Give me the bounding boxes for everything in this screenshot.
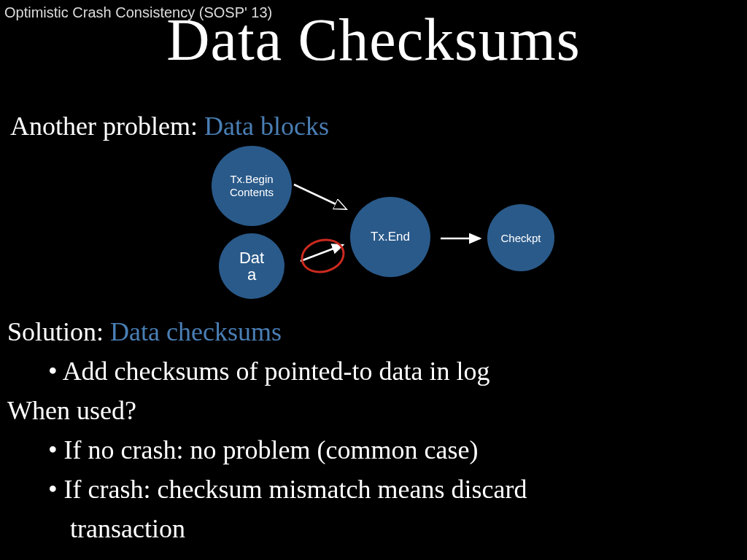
problem-accent: Data blocks: [204, 112, 329, 141]
solution-line2: When used?: [7, 391, 527, 430]
svg-line-0: [294, 184, 345, 209]
arrow-txend-checkpt: [438, 228, 489, 249]
slide: Optimistic Crash Consistency (SOSP' 13) …: [0, 0, 747, 560]
solution-line1-accent: Data checksums: [110, 317, 282, 346]
node-checkpt-label: Checkpt: [500, 232, 541, 244]
solution-line1-prefix: Solution:: [7, 317, 110, 346]
node-txbegin: Tx.Begin Contents: [212, 146, 292, 226]
solution-bullet2: If no crash: no problem (common case): [7, 430, 527, 470]
solution-bullet3-cont: transaction: [7, 509, 527, 548]
problem-prefix: Another problem:: [10, 112, 204, 141]
solution-bullet3: If crash: checksum mismatch means discar…: [7, 470, 527, 509]
solution-line1: Solution: Data checksums: [7, 312, 527, 351]
solution-block: Solution: Data checksums Add checksums o…: [7, 312, 527, 548]
node-checkpt: Checkpt: [487, 204, 554, 271]
diagram: Tx.Begin Contents Dat a Tx.End Checkpt: [0, 146, 747, 306]
problem-line: Another problem: Data blocks: [10, 111, 329, 141]
node-data-label: Dat a: [239, 249, 264, 283]
node-txend: Tx.End: [350, 197, 430, 277]
arrow-txbegin-txend: [290, 181, 356, 217]
node-txend-label: Tx.End: [371, 230, 410, 244]
solution-bullet1: Add checksums of pointed-to data in log: [7, 351, 527, 391]
slide-title: Data Checksums: [0, 6, 747, 74]
node-data: Dat a: [219, 233, 285, 299]
node-txbegin-label: Tx.Begin Contents: [230, 173, 274, 199]
